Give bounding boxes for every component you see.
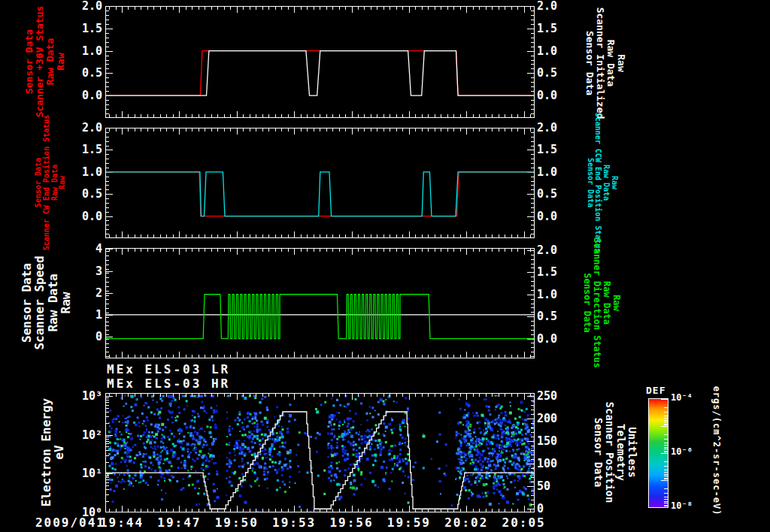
y-tick-label: 1.0 [0,44,102,58]
axis-label-line: Scanner CCW End Position Status [593,113,602,253]
panel3-right-axis-label: Raw Raw Data Scanner Direction Status Se… [582,237,621,367]
y-tick-label: 2.0 [537,121,557,135]
colorbar-tick-label: 10⁻⁸ [671,500,693,511]
colorbar-ticks-canvas [648,398,668,508]
y-tick-label: 0.5 [0,66,102,80]
axis-label-line: Sensor Data [593,402,604,503]
x-tick-label: 19:56 [329,515,373,530]
axis-label-line: Raw Data [602,113,610,253]
panel4-left-axis-label: Electron Energy eV [40,398,66,507]
x-tick-label: 19:44 [100,515,144,530]
spectrogram-title-hr: MEx ELS-03 HR [107,376,230,391]
y-tick-label: 1.5 [0,22,102,35]
colorbar-units-label: ergs/(cm^2-sr-sec-eV) [711,386,722,516]
y-tick-label: 4 [0,242,102,255]
panel2-right-axis-label: Raw Raw Data Scanner CCW End Position St… [585,113,617,253]
axis-label-line: Scanner Position [604,402,615,503]
axis-label-line: eV [53,398,65,507]
y-tick-label: 1.0 [537,44,557,58]
axis-label-line: Telemetry [615,402,626,503]
panel2-end-position-plot-canvas [105,128,535,238]
y-tick-label: 0.5 [537,187,557,201]
y-tick-label: 1.5 [537,22,557,35]
y-tick-label: 10² [0,428,102,442]
y-tick-label: 1.0 [0,165,102,179]
panel3-scanner-speed-plot-canvas [105,248,535,358]
colorbar-title: DEF [646,385,665,396]
axis-label-line: Raw Data [602,237,611,367]
y-tick-label: 3 [0,264,102,278]
y-tick-label: 1.5 [0,143,102,156]
x-tick-label: 20:02 [444,515,488,530]
axis-label-line: Raw [610,113,618,253]
y-tick-label: 0 [0,330,102,343]
colorbar-tick-label: 10⁻⁶ [671,446,693,457]
y-tick-label: 10⁰ [0,506,102,519]
x-tick-label: 20:05 [502,515,546,530]
axis-label-line: Scanner Direction Status [592,237,602,367]
y-tick-label: 1.0 [537,165,557,179]
y-tick-label: 50 [537,479,550,493]
y-tick-label: 0.5 [537,66,557,80]
axis-label-line: Electron Energy [40,398,53,507]
axis-label-line: Unitless [626,402,638,503]
y-tick-label: 10³ [0,389,102,403]
y-tick-label: 0.0 [537,210,557,223]
y-tick-label: 2.0 [537,243,557,257]
y-tick-label: 1.5 [537,265,557,279]
spectrogram-title-lr: MEx ELS-03 LR [107,362,230,376]
axis-label-line: Sensor Data [584,8,595,119]
y-tick-label: 0.0 [0,210,102,223]
y-tick-label: 0.0 [0,89,102,102]
y-tick-label: 0 [537,502,544,515]
y-tick-label: 250 [537,389,557,403]
x-tick-label: 19:50 [215,515,259,530]
axis-label-line: Scanner CW End Position Status [43,115,51,251]
axis-label-line: Raw [616,8,626,119]
y-tick-label: 0.5 [0,187,102,201]
axis-label-line: Raw [59,115,68,251]
y-tick-label: 0.0 [537,89,557,102]
y-tick-label: 2.0 [0,121,102,135]
axis-label-line: Scanner Initialized [595,8,605,119]
y-tick-label: 0.5 [537,310,557,323]
x-tick-label: 19:59 [387,515,431,530]
y-tick-label: 2.0 [537,0,557,13]
y-tick-label: 2 [0,286,102,300]
panel1-scanner-status-plot-canvas [105,6,535,118]
screenshot-root: Sensor Data Scanner +30V Status Raw Data… [0,0,770,532]
x-tick-label: 19:47 [157,515,201,530]
x-tick-label: 19:53 [272,515,316,530]
panel2-left-axis-label: Sensor Data Scanner CW End Position Stat… [35,115,67,251]
y-tick-label: 100 [537,457,557,470]
y-tick-label: 2.0 [0,0,102,13]
y-tick-label: 150 [537,434,557,448]
colorbar-tick-label: 10⁻⁴ [671,392,693,403]
panel1-right-axis-label: Raw Raw Data Scanner Initialized Sensor … [584,8,626,119]
panel4-right-axis-label: Unitless Telemetry Scanner Position Sens… [593,402,638,503]
axis-label-line: Raw [611,237,621,367]
axis-label-line: Raw Data [605,8,616,119]
panel4-electron-energy-spectrogram-canvas [105,393,535,512]
y-tick-label: 1 [0,308,102,322]
axis-label-line: Sensor Data [585,113,593,253]
y-tick-label: 0.0 [537,332,557,346]
y-tick-label: 1.5 [537,143,557,156]
y-tick-label: 10¹ [0,467,102,480]
y-tick-label: 200 [537,412,557,425]
y-tick-label: 1.0 [537,288,557,301]
axis-label-line: Sensor Data [582,237,592,367]
